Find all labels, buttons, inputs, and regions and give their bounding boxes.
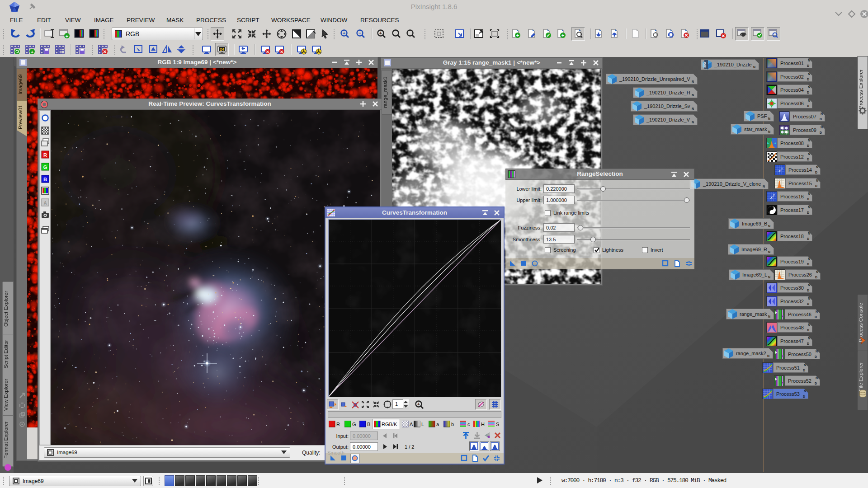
svg-text:x: x bbox=[770, 194, 773, 200]
svg-text:✕: ✕ bbox=[103, 49, 107, 54]
svg-text:✕: ✕ bbox=[684, 33, 688, 38]
svg-text:+: + bbox=[31, 49, 33, 55]
svg-text:+: + bbox=[379, 30, 382, 36]
svg-text:x: x bbox=[778, 168, 781, 173]
svg-text:−: − bbox=[359, 30, 361, 36]
svg-text:A: A bbox=[43, 201, 47, 206]
svg-text:y: y bbox=[781, 166, 783, 170]
svg-text:+: + bbox=[561, 33, 564, 38]
svg-text:B: B bbox=[43, 177, 47, 182]
svg-text:y: y bbox=[773, 193, 775, 197]
svg-text:G: G bbox=[43, 164, 47, 170]
svg-text:✕: ✕ bbox=[722, 33, 725, 38]
svg-text:✕: ✕ bbox=[266, 50, 269, 54]
svg-text:+: + bbox=[343, 30, 345, 36]
svg-text:+: + bbox=[417, 401, 420, 407]
svg-text:R: R bbox=[43, 152, 47, 158]
svg-text:✓: ✓ bbox=[546, 33, 550, 38]
svg-text:+: + bbox=[66, 33, 68, 39]
svg-text:24: 24 bbox=[220, 47, 224, 52]
svg-text:✕: ✕ bbox=[280, 50, 283, 54]
svg-text:+: + bbox=[516, 33, 519, 38]
